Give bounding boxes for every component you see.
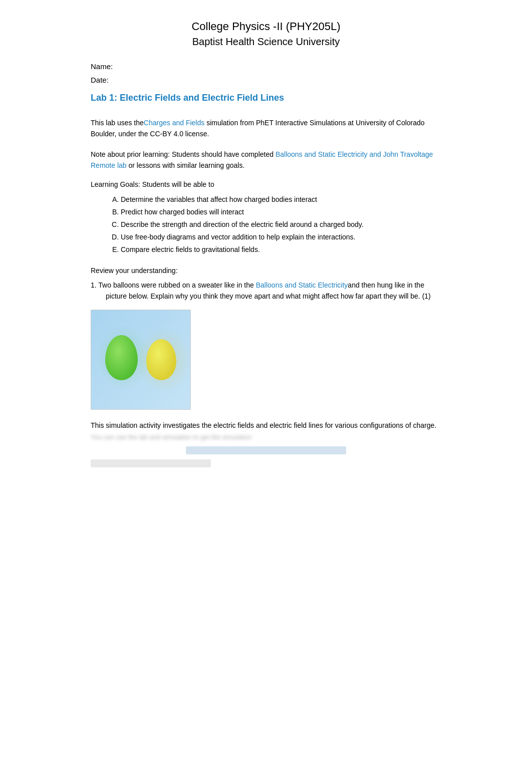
balloon-green <box>105 335 138 380</box>
intro-section: This lab uses theCharges and Fields simu… <box>91 117 441 140</box>
bottom-section: This simulation activity investigates th… <box>91 420 441 467</box>
charges-link[interactable]: Charges and Fields <box>144 119 204 127</box>
header: College Physics -II (PHY205L) Baptist He… <box>91 20 441 48</box>
note-cont: or lessons with similar learning goals. <box>127 161 245 169</box>
note-section: Note about prior learning: Students shou… <box>91 149 441 171</box>
blurred-line-3 <box>91 459 211 467</box>
goal-item: Compare electric fields to gravitational… <box>121 243 441 256</box>
name-label: Name: <box>91 60 441 73</box>
balloon-image <box>91 310 191 410</box>
learning-goals-title: Learning Goals: Students will be able to <box>91 180 441 188</box>
q1-end: and then hung like in the <box>348 281 424 289</box>
goals-list: Determine the variables that affect how … <box>91 193 441 256</box>
intro-text: This lab uses the <box>91 119 144 127</box>
date-label: Date: <box>91 73 441 87</box>
learning-goals-section: Learning Goals: Students will be able to… <box>91 180 441 256</box>
blurred-text-1: You can use the lab and simulation to ge… <box>91 433 251 441</box>
goal-item: Predict how charged bodies will interact <box>121 206 441 218</box>
question-1: 1. Two balloons were rubbed on a sweater… <box>91 280 441 302</box>
balloons-link-2[interactable]: Balloons and Static Electricity <box>256 281 348 289</box>
header-subtitle: Baptist Health Science University <box>91 36 441 48</box>
blurred-line-2 <box>186 446 346 454</box>
name-date-block: Name: Date: <box>91 60 441 87</box>
goal-item: Describe the strength and direction of t… <box>121 218 441 231</box>
header-title: College Physics -II (PHY205L) <box>91 20 441 33</box>
goal-item: Determine the variables that affect how … <box>121 193 441 206</box>
q1-indent: picture below. Explain why you think the… <box>106 291 441 302</box>
goal-item: Use free-body diagrams and vector additi… <box>121 231 441 243</box>
lab-title[interactable]: Lab 1: Electric Fields and Electric Fiel… <box>91 93 441 103</box>
note-label: Note about prior learning: Students shou… <box>91 150 276 158</box>
bottom-para: This simulation activity investigates th… <box>91 421 436 429</box>
q1-start: 1. Two balloons were rubbed on a sweater… <box>91 281 256 289</box>
balloon-yellow <box>146 339 176 380</box>
review-title: Review your understanding: <box>91 267 441 275</box>
review-section: Review your understanding: 1. Two balloo… <box>91 267 441 410</box>
page-container: College Physics -II (PHY205L) Baptist He… <box>61 0 471 487</box>
